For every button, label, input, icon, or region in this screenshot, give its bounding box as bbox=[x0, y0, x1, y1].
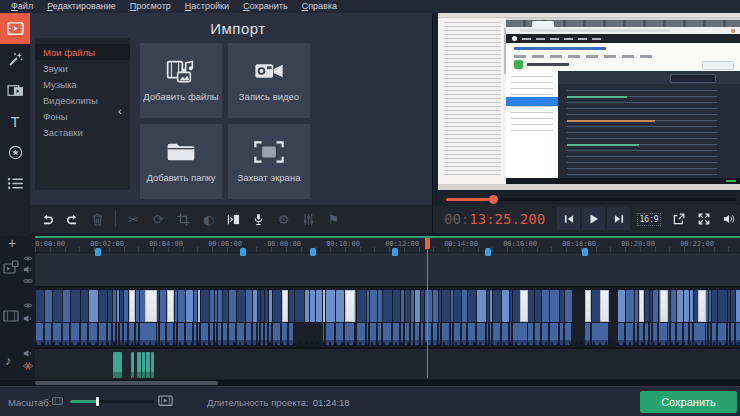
video-clip[interactable] bbox=[411, 290, 414, 345]
sliders-button[interactable] bbox=[296, 207, 321, 231]
menu-item-5[interactable]: Справка bbox=[295, 0, 344, 13]
timeline-marker-2[interactable] bbox=[310, 248, 316, 256]
audio-clip-2[interactable] bbox=[137, 352, 141, 378]
collapse-panel-button[interactable]: ‹ bbox=[118, 106, 122, 117]
video-clip[interactable] bbox=[451, 290, 453, 345]
timeline-marker-3[interactable] bbox=[392, 248, 398, 256]
video-clip[interactable] bbox=[108, 290, 112, 345]
video-clip[interactable] bbox=[393, 290, 400, 345]
video-clip[interactable] bbox=[36, 290, 44, 345]
video-clip[interactable] bbox=[690, 290, 693, 345]
transition-clip-button[interactable] bbox=[221, 207, 246, 231]
menu-item-4[interactable]: Сохранить bbox=[236, 0, 295, 13]
video-clip[interactable] bbox=[210, 290, 214, 345]
scissors-button[interactable]: ✂ bbox=[121, 207, 146, 231]
video-clip[interactable] bbox=[433, 290, 438, 345]
video-clip[interactable] bbox=[370, 290, 377, 345]
sidebar-tab-tools[interactable] bbox=[0, 168, 30, 199]
video-clip[interactable] bbox=[186, 290, 193, 345]
video-clip[interactable] bbox=[383, 290, 392, 345]
playhead-handle[interactable] bbox=[425, 238, 430, 249]
video-clip[interactable] bbox=[639, 290, 644, 345]
share-export-icon[interactable] bbox=[669, 210, 689, 228]
video-clip[interactable] bbox=[261, 290, 264, 345]
video-clip[interactable] bbox=[502, 290, 509, 345]
video-clip[interactable] bbox=[367, 290, 369, 345]
video-clip[interactable] bbox=[160, 290, 166, 345]
video-clip[interactable] bbox=[269, 290, 272, 345]
video-clip[interactable] bbox=[223, 290, 228, 345]
zoom-slider-handle[interactable] bbox=[96, 397, 99, 406]
video-clip[interactable] bbox=[653, 290, 658, 345]
sidebar-tab-filters[interactable] bbox=[0, 44, 30, 75]
video-clip[interactable] bbox=[215, 290, 217, 345]
fullscreen-icon[interactable] bbox=[694, 210, 714, 228]
video-clip[interactable] bbox=[120, 290, 123, 345]
timeline-marker-1[interactable] bbox=[240, 248, 246, 256]
video-clip[interactable] bbox=[63, 290, 70, 345]
video-clip[interactable] bbox=[178, 290, 185, 345]
video-visibility-eye-icon[interactable] bbox=[23, 302, 33, 309]
video-clip[interactable] bbox=[45, 290, 52, 345]
video-clip[interactable] bbox=[113, 290, 116, 345]
video-clip[interactable] bbox=[728, 290, 730, 345]
video-clip[interactable] bbox=[282, 290, 288, 345]
video-clip[interactable] bbox=[89, 290, 98, 345]
video-clip[interactable] bbox=[357, 290, 366, 345]
redo-button[interactable] bbox=[60, 207, 85, 231]
save-button[interactable]: Сохранить bbox=[640, 391, 737, 413]
timeline-marker-4[interactable] bbox=[485, 248, 491, 256]
video-clip-thumbnail[interactable] bbox=[600, 290, 609, 345]
video-clip-thumbnail[interactable] bbox=[520, 290, 528, 345]
gear-button[interactable]: ⚙ bbox=[271, 207, 296, 231]
video-clip[interactable] bbox=[671, 290, 676, 345]
video-clip-thumbnail[interactable] bbox=[698, 290, 706, 345]
crop-button[interactable] bbox=[171, 207, 196, 231]
category-item-1[interactable]: Звуки bbox=[35, 60, 130, 76]
timeline-zoom-slider[interactable] bbox=[70, 400, 154, 403]
sidebar-tab-stickers[interactable] bbox=[0, 137, 30, 168]
video-clip[interactable] bbox=[99, 290, 107, 345]
category-item-0[interactable]: Мои файлы bbox=[35, 44, 130, 60]
import-action-0[interactable]: Добавить файлы bbox=[140, 43, 222, 118]
video-clip-thumbnail[interactable] bbox=[345, 290, 355, 345]
video-clip[interactable] bbox=[462, 290, 467, 345]
video-clip[interactable] bbox=[265, 290, 268, 345]
video-clip[interactable] bbox=[194, 290, 197, 345]
video-clip[interactable] bbox=[487, 290, 489, 345]
video-clip[interactable] bbox=[439, 290, 441, 345]
video-clip-thumbnail[interactable] bbox=[145, 290, 157, 345]
previous-frame-button[interactable] bbox=[557, 207, 580, 230]
video-clip[interactable] bbox=[718, 290, 727, 345]
video-clip[interactable] bbox=[645, 290, 649, 345]
video-clip[interactable] bbox=[550, 290, 559, 345]
video-clip[interactable] bbox=[136, 290, 139, 345]
video-clip[interactable] bbox=[405, 290, 410, 345]
flag-button[interactable]: ⚑ bbox=[321, 207, 346, 231]
trash-button[interactable] bbox=[85, 207, 110, 231]
audio-clip-5[interactable] bbox=[151, 352, 154, 378]
video-clip[interactable] bbox=[736, 290, 740, 345]
video-clip[interactable] bbox=[237, 290, 245, 345]
zoom-in-film-icon[interactable] bbox=[158, 395, 173, 407]
sidebar-tab-import[interactable] bbox=[0, 13, 30, 44]
menu-item-2[interactable]: Просмотр bbox=[123, 0, 178, 13]
video-clip[interactable] bbox=[326, 290, 335, 345]
video-clip[interactable] bbox=[650, 290, 652, 345]
audio-mute-speaker-icon[interactable] bbox=[23, 349, 33, 358]
video-mute-speaker-icon[interactable] bbox=[23, 314, 33, 323]
video-clip[interactable] bbox=[454, 290, 461, 345]
audio-unlink-icon[interactable] bbox=[23, 361, 33, 371]
video-clip[interactable] bbox=[527, 290, 534, 345]
rotate-button[interactable]: ⟳ bbox=[146, 207, 171, 231]
video-clip[interactable] bbox=[167, 290, 174, 345]
category-item-2[interactable]: Музыка bbox=[35, 76, 130, 92]
sidebar-tab-titles[interactable]: T bbox=[0, 106, 30, 137]
video-clip[interactable] bbox=[618, 290, 625, 345]
video-clip[interactable] bbox=[229, 290, 236, 345]
play-button[interactable] bbox=[582, 207, 605, 230]
menu-item-1[interactable]: Редактирование bbox=[40, 0, 123, 13]
video-clip-thumbnail[interactable] bbox=[660, 290, 668, 345]
video-clip[interactable] bbox=[635, 290, 638, 345]
video-clip[interactable] bbox=[253, 290, 257, 345]
